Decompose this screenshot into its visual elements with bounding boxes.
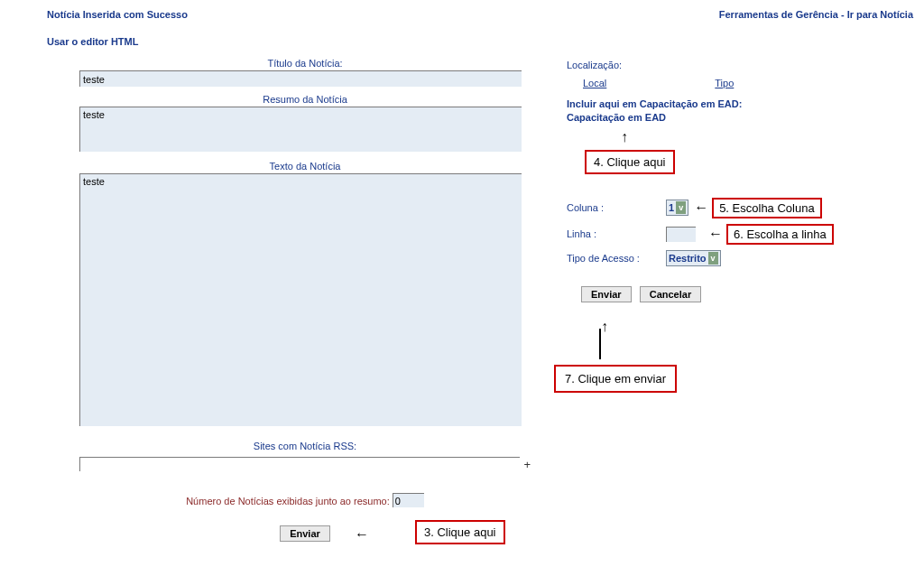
tipo-header-link[interactable]: Tipo xyxy=(715,78,734,88)
form-column: Título da Notícia: Resumo da Notícia Tex… xyxy=(79,58,531,547)
chevron-down-icon: v xyxy=(708,252,718,265)
num-news-input[interactable] xyxy=(393,493,424,507)
num-news-row: Número de Notícias exibidas junto ao res… xyxy=(79,493,531,507)
rss-label: Sites com Notícia RSS: xyxy=(79,441,531,451)
title-input[interactable] xyxy=(79,70,522,87)
callout-6: 6. Escolha a linha xyxy=(726,224,834,245)
use-html-editor-link[interactable]: Usar o editor HTML xyxy=(47,36,913,47)
include-line2: Capacitação em EAD xyxy=(567,112,666,123)
include-line1: Incluir aqui em Capacitação em EAD: xyxy=(567,98,742,109)
arrow-left-icon: ← xyxy=(708,227,723,241)
add-rss-icon[interactable]: + xyxy=(523,458,531,471)
tools-link[interactable]: Ferramentas de Gerência xyxy=(719,9,838,20)
num-news-label: Número de Notícias exibidas junto ao res… xyxy=(186,496,390,506)
arrow-up-icon: ↑ xyxy=(601,320,608,334)
location-column: Localização: Local Tipo Incluir aqui em … xyxy=(567,58,882,547)
summary-textarea[interactable] xyxy=(79,107,522,152)
enviar-button[interactable]: Enviar xyxy=(581,286,632,302)
linha-label: Linha : xyxy=(567,228,666,239)
local-header-link[interactable]: Local xyxy=(583,78,606,88)
summary-label: Resumo da Notícia xyxy=(79,94,531,105)
arrow-icon: ← xyxy=(355,527,369,542)
status-message: Notícia Inserida com Sucesso xyxy=(47,9,188,20)
arrow-line xyxy=(599,329,601,359)
coluna-value: 1 xyxy=(669,202,674,213)
include-here-link[interactable]: Incluir aqui em Capacitação em EAD: Capa… xyxy=(567,98,882,125)
body-label: Texto da Notícia xyxy=(79,161,531,172)
coluna-label: Coluna : xyxy=(567,202,666,213)
callout-5: 5. Escolha Coluna xyxy=(712,198,822,218)
go-to-news-link[interactable]: Ir para Notícia xyxy=(847,9,913,20)
separator: - xyxy=(838,9,847,20)
body-textarea[interactable] xyxy=(79,173,522,426)
header-tools: Ferramentas de Gerência - Ir para Notíci… xyxy=(719,9,913,20)
coluna-select[interactable]: 1 v xyxy=(666,200,688,216)
chevron-down-icon: v xyxy=(676,201,686,214)
acesso-value: Restrito xyxy=(669,253,707,264)
callout-4: 4. Clique aqui xyxy=(585,150,675,174)
rss-input[interactable] xyxy=(79,457,520,471)
localization-label: Localização: xyxy=(567,60,882,70)
send-button-left[interactable]: Enviar xyxy=(280,525,330,542)
acesso-select[interactable]: Restrito v xyxy=(666,250,721,266)
arrow-up-icon: ↑ xyxy=(621,130,628,144)
title-label: Título da Notícia: xyxy=(79,58,531,69)
callout-7: 7. Clique em enviar xyxy=(554,365,677,393)
cancelar-button[interactable]: Cancelar xyxy=(640,286,701,302)
arrow-left-icon: ← xyxy=(694,200,708,215)
linha-input[interactable] xyxy=(666,227,696,242)
callout-3: 3. Clique aqui xyxy=(415,520,505,544)
acesso-label: Tipo de Acesso : xyxy=(567,253,666,264)
